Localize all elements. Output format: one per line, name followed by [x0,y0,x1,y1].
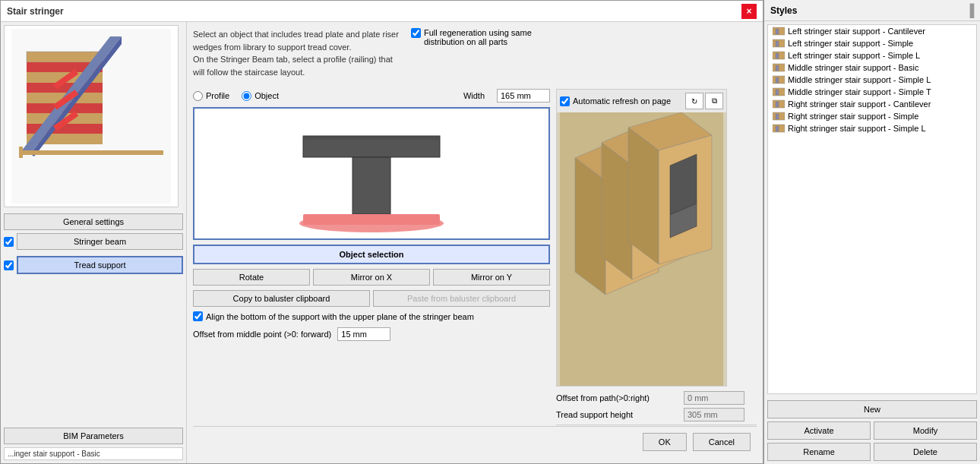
auto-refresh-row: Automatic refresh on page ↻ ⧉ [557,90,726,112]
svg-rect-16 [19,150,163,155]
align-bottom-checkbox[interactable] [193,311,203,321]
svg-rect-65 [776,126,779,131]
svg-rect-61 [776,102,779,107]
activate-style-button[interactable]: Activate [767,421,871,440]
offset-middle-input[interactable] [337,327,390,341]
align-check-row: Align the bottom of the support with the… [193,311,550,323]
top-area: Select an object that includes tread pla… [193,28,757,84]
dialog-title: Stair stringer [7,6,64,17]
left-panel: General settings Stringer beam Tread sup… [1,22,187,463]
svg-rect-17 [19,147,23,158]
general-settings-button[interactable]: General settings [4,213,183,230]
action-row: Rotate Mirror on X Mirror on Y [193,269,550,286]
svg-rect-20 [352,157,390,214]
bottom-bar: OK Cancel [193,426,757,457]
object-selection-row: Object selection [193,245,550,264]
stair-preview-svg [11,29,171,204]
svg-marker-31 [602,143,632,279]
modify-style-button[interactable]: Modify [874,421,977,440]
stringer-beam-button[interactable]: Stringer beam [17,233,183,250]
style-icon [773,124,785,133]
tread-support-height-row: Tread support height [556,408,757,421]
style-item[interactable]: Right stringer stair support - Simple L [768,122,976,134]
preview-area [557,112,726,386]
svg-rect-59 [776,90,779,95]
object-preview [193,107,550,240]
style-icon [773,27,785,36]
rotate-button[interactable]: Rotate [193,269,310,286]
offset-middle-row: Offset from middle point (>0: forward) [193,327,550,341]
ok-button[interactable]: OK [643,433,687,451]
refresh-button[interactable]: ↻ [685,93,703,109]
style-icon [773,99,785,109]
styles-panel: Styles ▐ Left stringer stair support - C… [763,0,980,464]
style-item[interactable]: Middle stringer stair support - Simple L [768,74,976,86]
profile-object-row: Profile Object Width [193,89,550,103]
svg-rect-8 [27,83,103,93]
styles-panel-resize[interactable]: ▐ [966,4,974,17]
style-icon [773,63,785,72]
style-item[interactable]: Left stringer stair support - Simple [768,37,976,49]
style-item[interactable]: Middle stringer stair support - Basic [768,62,976,74]
stringer-beam-checkbox[interactable] [4,237,14,247]
tread-support-row: Tread support [4,256,183,274]
width-input[interactable] [497,89,550,103]
content-row: Profile Object Width [193,89,757,426]
object-selection-button[interactable]: Object selection [193,245,550,264]
tread-support-height-input[interactable] [684,408,744,421]
copy-preview-button[interactable]: ⧉ [705,93,723,109]
styles-title: Styles ▐ [764,0,980,21]
style-item[interactable]: Middle stringer stair support - Simple T [768,86,976,98]
config-area: Profile Object Width [193,89,550,426]
stair-preview [4,25,179,207]
right-config: Automatic refresh on page ↻ ⧉ [556,89,757,426]
rename-style-button[interactable]: Rename [767,443,871,461]
close-button[interactable]: × [741,4,757,19]
bim-parameters-button[interactable]: BIM Parameters [4,428,183,444]
profile-radio[interactable] [193,91,203,101]
svg-rect-63 [776,114,779,119]
paste-baluster-button[interactable]: Paste from baluster clipboard [373,290,550,307]
delete-style-button[interactable]: Delete [874,443,977,461]
copy-baluster-button[interactable]: Copy to baluster clipboard [193,290,370,307]
svg-rect-51 [776,41,779,46]
style-item[interactable]: Right stringer stair support - Simple [768,110,976,122]
style-footer-label: ...inger stair support - Basic [4,447,183,460]
styles-list: Left stringer stair support - Cantilever… [767,24,977,394]
svg-marker-26 [575,158,605,295]
svg-rect-1 [27,52,103,62]
object-radio[interactable] [242,91,251,101]
style-icon [773,51,785,60]
svg-rect-55 [776,65,779,71]
offset-path-input[interactable] [684,391,744,405]
full-regen-checkbox[interactable] [411,28,421,38]
stringer-beam-row: Stringer beam [4,233,183,250]
new-style-button[interactable]: New [767,400,977,418]
style-icon [773,39,785,48]
stair-stringer-dialog: Stair stringer × [0,0,763,464]
svg-rect-57 [776,77,779,83]
dialog-body: General settings Stringer beam Tread sup… [1,22,763,463]
object-radio-label[interactable]: Object [242,91,279,101]
auto-refresh-checkbox[interactable] [560,96,570,106]
preview-3d: Automatic refresh on page ↻ ⧉ [556,89,727,387]
instructions-block: Select an object that includes tread pla… [193,28,399,78]
tread-support-button[interactable]: Tread support [17,256,183,274]
svg-rect-49 [776,29,779,34]
svg-rect-23 [303,136,440,140]
tread-support-checkbox[interactable] [4,260,14,270]
svg-marker-36 [628,128,659,264]
svg-rect-22 [303,214,440,225]
mirror-x-button[interactable]: Mirror on X [313,269,430,286]
profile-radio-label[interactable]: Profile [193,91,229,101]
mirror-y-button[interactable]: Mirror on Y [433,269,550,286]
regen-block: Full regeneration using same distributio… [411,28,532,84]
title-bar: Stair stringer × [1,1,763,22]
style-item[interactable]: Left stringer stair support - Simple L [768,49,976,62]
style-item[interactable]: Left stringer stair support - Cantilever [768,25,976,37]
main-content: Select an object that includes tread pla… [187,22,763,463]
style-item[interactable]: Right stringer stair support - Cantileve… [768,98,976,110]
cancel-button[interactable]: Cancel [693,433,751,451]
svg-rect-53 [776,53,779,58]
preview-3d-svg [560,112,723,386]
